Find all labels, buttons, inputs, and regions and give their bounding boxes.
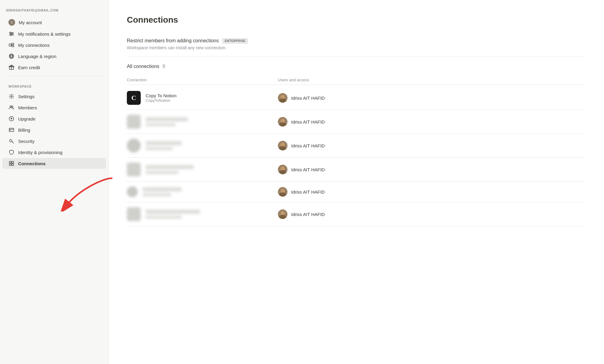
connection-icon — [8, 42, 14, 48]
user-avatar — [278, 187, 288, 197]
sidebar-label-earn-credit: Earn credit — [18, 65, 40, 70]
users-cell: Idriss AIT HAFID — [278, 117, 586, 127]
sidebar-label-settings: Settings — [18, 94, 34, 99]
user-name: Idriss AIT HAFID — [291, 95, 325, 101]
blurred-name — [146, 165, 194, 169]
blurred-name — [146, 141, 182, 145]
sidebar-item-language[interactable]: Language & region — [2, 51, 106, 62]
avatar-face — [278, 93, 288, 103]
sidebar-label-upgrade: Upgrade — [18, 116, 36, 121]
sidebar-label-language: Language & region — [18, 54, 56, 59]
users-cell: Idriss AIT HAFID — [278, 187, 586, 197]
svg-rect-30 — [12, 164, 14, 166]
user-name: Idriss AIT HAFID — [291, 212, 325, 217]
user-avatar — [278, 165, 288, 174]
blurred-name — [146, 210, 200, 214]
user-name: Idriss AIT HAFID — [291, 189, 325, 195]
blurred-handle — [146, 216, 182, 219]
table-row: C Copy To Notion CopyToNotion Idriss AIT… — [127, 86, 586, 110]
sidebar-item-my-connections[interactable]: My connections — [2, 40, 106, 50]
svg-point-18 — [11, 96, 12, 97]
svg-rect-22 — [9, 128, 14, 132]
svg-rect-6 — [9, 44, 11, 46]
gear-icon — [8, 93, 14, 99]
connection-handle: CopyToNotion — [146, 98, 176, 103]
restrict-text: Restrict members from adding connections… — [127, 38, 248, 50]
sidebar-item-settings[interactable]: Settings — [2, 91, 106, 102]
copy-to-notion-icon: C — [127, 91, 141, 105]
blurred-icon — [127, 163, 141, 176]
users-cell: Idriss AIT HAFID — [278, 93, 586, 103]
avatar-face — [278, 209, 288, 219]
workspace-section-label: WORKSPACE — [0, 79, 108, 91]
user-avatar — [278, 141, 288, 150]
blurred-handle — [146, 123, 176, 126]
sidebar-label-connections: Connections — [18, 161, 46, 166]
gift-icon — [8, 64, 14, 70]
sidebar-item-notifications[interactable]: My notifications & settings — [2, 28, 106, 39]
svg-line-26 — [13, 142, 13, 143]
users-cell: Idriss AIT HAFID — [278, 141, 586, 150]
blurred-info — [146, 117, 188, 126]
user-avatar — [278, 209, 288, 219]
sidebar-item-my-account[interactable]: I My account — [2, 17, 106, 28]
sidebar-label-members: Members — [18, 105, 37, 110]
svg-point-19 — [10, 106, 11, 107]
page-title: Connections — [127, 15, 586, 25]
blurred-icon — [127, 207, 141, 221]
table-row: Idriss AIT HAFID — [127, 110, 586, 134]
svg-point-25 — [10, 140, 12, 142]
sidebar-item-billing[interactable]: Billing — [2, 124, 106, 135]
key-icon — [8, 138, 14, 144]
sidebar-item-connections[interactable]: Connections — [2, 158, 106, 169]
sidebar-item-earn-credit[interactable]: Earn credit — [2, 62, 106, 73]
restrict-subtitle: Workspace members can install any new co… — [127, 45, 248, 50]
avatar-face — [278, 117, 288, 127]
connection-cell-blurred — [127, 163, 278, 176]
user-name: Idriss AIT HAFID — [291, 119, 325, 124]
connection-cell-blurred — [127, 139, 278, 153]
connection-cell-blurred — [127, 186, 278, 197]
restrict-title-row: Restrict members from adding connections… — [127, 38, 248, 43]
sidebar-item-identity[interactable]: Identity & provisioning — [2, 147, 106, 158]
all-connections-label: All connections — [127, 64, 159, 69]
table-header: Connection Users and access — [127, 75, 586, 85]
svg-rect-29 — [9, 164, 11, 166]
svg-rect-27 — [9, 161, 11, 163]
sidebar-item-security[interactable]: Security — [2, 136, 106, 147]
user-avatar — [278, 93, 288, 103]
svg-point-20 — [12, 106, 13, 107]
connection-cell-blurred — [127, 207, 278, 221]
blurred-icon-circle — [127, 186, 138, 197]
svg-rect-7 — [12, 43, 14, 45]
connection-cell: C Copy To Notion CopyToNotion — [127, 91, 278, 105]
svg-point-4 — [12, 33, 13, 34]
users-cell: Idriss AIT HAFID — [278, 209, 586, 219]
user-name: Idriss AIT HAFID — [291, 167, 325, 172]
blurred-info — [146, 165, 194, 174]
enterprise-badge: ENTERPRISE — [222, 38, 248, 43]
all-connections-row: All connections 9 — [127, 64, 586, 69]
table-row: Idriss AIT HAFID — [127, 158, 586, 182]
sidebar-label-my-account: My account — [19, 20, 42, 25]
blurred-info — [146, 141, 182, 150]
sidebar-label-my-connections: My connections — [18, 43, 50, 48]
col-header-connection: Connection — [127, 78, 278, 82]
blurred-info — [143, 187, 182, 196]
sidebar: IDRISSAITHAFID@GMAIL.COM I My account My… — [0, 0, 109, 364]
table-row: Idriss AIT HAFID — [127, 134, 586, 158]
grid-icon — [8, 160, 14, 166]
sidebar-item-upgrade[interactable]: Upgrade — [2, 113, 106, 124]
restrict-title: Restrict members from adding connections — [127, 38, 219, 43]
sidebar-item-members[interactable]: Members — [2, 102, 106, 113]
blurred-handle — [146, 171, 179, 174]
svg-point-11 — [9, 54, 14, 59]
upgrade-icon — [8, 116, 14, 122]
shield-icon — [8, 149, 14, 155]
blurred-handle — [146, 147, 173, 150]
avatar-face — [278, 187, 288, 197]
sidebar-label-identity: Identity & provisioning — [18, 150, 63, 155]
table-row: Idriss AIT HAFID — [127, 202, 586, 226]
avatar-face — [278, 165, 288, 174]
svg-point-5 — [10, 34, 11, 36]
